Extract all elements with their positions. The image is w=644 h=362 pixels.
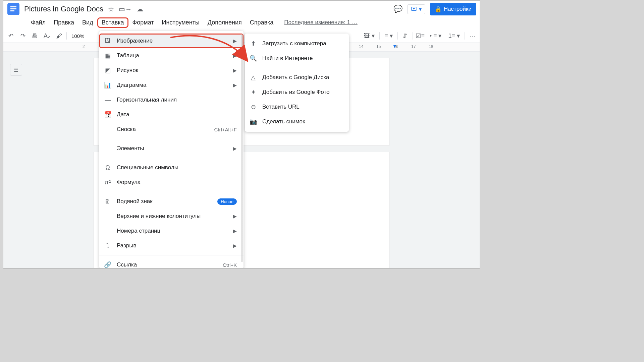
menu-справка[interactable]: Справка — [246, 18, 278, 27]
menuitem-ссылка[interactable]: 🔗СсылкаCtrl+K — [99, 257, 244, 269]
present-button[interactable]: ▾ — [407, 4, 425, 14]
date-icon: 📅 — [104, 111, 111, 118]
redo-button[interactable]: ↷ — [18, 31, 28, 41]
menuitem-загрузить-с-компьютера[interactable]: ⬆Загрузить с компьютера — [245, 36, 349, 51]
numbered-list-button[interactable]: 1≡ ▾ — [446, 31, 462, 41]
menuitem-элементы[interactable]: Элементы▶ — [99, 141, 244, 156]
line-spacing-button[interactable]: ⇵ — [400, 31, 410, 41]
camera-icon: 📷 — [250, 118, 257, 125]
watermark-icon: 🗎 — [104, 198, 111, 205]
menu-инструменты[interactable]: Инструменты — [158, 18, 204, 27]
menu-формат[interactable]: Формат — [128, 18, 158, 27]
menuitem-label: Изображение — [117, 38, 228, 44]
menu-дополнения[interactable]: Дополнения — [204, 18, 246, 27]
menu-вид[interactable]: Вид — [78, 18, 97, 27]
chart-icon: 📊 — [104, 81, 111, 89]
menuitem-добавить-из-google-фото[interactable]: ✦Добавить из Google Фото — [245, 85, 349, 100]
submenu-arrow-icon: ▶ — [233, 228, 237, 234]
menuitem-водяной-знак[interactable]: 🗎Водяной знакНовое — [99, 194, 244, 209]
ruler-tick: 15 — [376, 44, 381, 49]
menuitem-label: Диаграмма — [117, 82, 228, 88]
menuitem-label: Формула — [117, 179, 237, 186]
menuitem-изображение[interactable]: 🖼Изображение▶ — [99, 34, 244, 48]
menuitem-label: Найти в Интернете — [262, 55, 342, 62]
menu-вставка[interactable]: Вставка — [97, 17, 128, 28]
more-button[interactable]: ⋯ — [468, 31, 477, 41]
insert-image-button[interactable]: 🖼 ▾ — [362, 31, 377, 41]
menuitem-диаграмма[interactable]: 📊Диаграмма▶ — [99, 78, 244, 93]
svg-rect-3 — [10, 10, 14, 11]
share-button[interactable]: 🔒 Настройки — [430, 3, 476, 15]
menuitem-дата[interactable]: 📅Дата — [99, 107, 244, 122]
print-button[interactable]: 🖶 — [30, 31, 40, 41]
menu-файл[interactable]: Файл — [27, 18, 50, 27]
menuitem-специальные-символы[interactable]: ΩСпециальные символы — [99, 160, 244, 175]
scrollbar[interactable] — [241, 34, 243, 262]
last-edit-link[interactable]: Последнее изменение: 1 … — [284, 19, 357, 26]
ruler-indent-marker[interactable]: ▼ — [392, 44, 397, 49]
menuitem-label: Вставить URL — [262, 104, 342, 110]
toolbar-separator — [66, 32, 67, 40]
menuitem-добавить-с-google-диска[interactable]: △Добавить с Google Диска — [245, 70, 349, 85]
zoom-select[interactable]: 100% — [69, 31, 86, 41]
drive-icon: △ — [250, 74, 257, 81]
undo-button[interactable]: ↶ — [6, 31, 15, 41]
menuitem-горизонтальная-линия[interactable]: —Горизонтальная линия — [99, 93, 244, 107]
menuitem-номера-страниц[interactable]: Номера страниц▶ — [99, 224, 244, 238]
move-icon[interactable]: ▭→ — [119, 5, 132, 13]
docs-logo-icon[interactable] — [6, 2, 21, 16]
ruler-tick: 18 — [429, 44, 433, 49]
menuitem-формула[interactable]: π²Формула — [99, 175, 244, 190]
menuitem-верхние-и-нижние-колонтитулы[interactable]: Верхние и нижние колонтитулы▶ — [99, 209, 244, 224]
break-icon: ⤵ — [104, 242, 111, 249]
spellcheck-button[interactable]: Aᵥ — [42, 31, 52, 41]
menuitem-label: Таблица — [117, 52, 228, 59]
image-submenu-dropdown: ⬆Загрузить с компьютера🔍Найти в Интернет… — [245, 34, 349, 132]
align-button[interactable]: ≡ ▾ — [382, 31, 395, 41]
lock-icon: 🔒 — [435, 6, 442, 13]
ruler-tick: 2 — [83, 44, 85, 49]
photos-icon: ✦ — [250, 88, 257, 96]
menubar: ФайлПравкаВидВставкаФорматИнструментыДоп… — [3, 16, 480, 29]
shortcut-label: Ctrl+Alt+F — [214, 127, 237, 132]
menuitem-рисунок[interactable]: ◩Рисунок▶ — [99, 63, 244, 78]
new-badge: Новое — [217, 198, 237, 205]
cloud-status-icon[interactable]: ☁ — [137, 5, 143, 13]
menuitem-label: Дата — [117, 111, 237, 118]
upload-icon: ⬆ — [250, 40, 257, 47]
menu-правка[interactable]: Правка — [50, 18, 78, 27]
submenu-arrow-icon: ▶ — [233, 38, 237, 44]
document-title[interactable]: Pictures in Google Docs — [24, 5, 103, 13]
menuitem-вставить-url[interactable]: ⊖Вставить URL — [245, 100, 349, 114]
menuitem-label: Элементы — [117, 145, 228, 152]
toolbar-separator — [465, 32, 465, 40]
titlebar: Pictures in Google Docs ☆ ▭→ ☁ 💬 ▾ 🔒 Нас… — [3, 1, 480, 16]
bulleted-list-button[interactable]: • ≡ ▾ — [428, 31, 444, 41]
table-icon: ▦ — [104, 52, 111, 59]
menuitem-label: Водяной знак — [117, 198, 212, 205]
toolbar-separator — [379, 32, 380, 40]
outline-toggle-button[interactable]: ☰ — [10, 64, 22, 76]
submenu-arrow-icon: ▶ — [233, 53, 237, 58]
menuitem-label: Рисунок — [117, 67, 228, 74]
menuitem-сделать-снимок[interactable]: 📷Сделать снимок — [245, 114, 349, 129]
toolbar-separator — [413, 32, 413, 40]
toolbar-separator — [397, 32, 398, 40]
menuitem-label: Сделать снимок — [262, 118, 342, 125]
menuitem-label: Разрыв — [117, 242, 228, 249]
menuitem-найти-в-интернете[interactable]: 🔍Найти в Интернете — [245, 51, 349, 66]
menuitem-label: Горизонтальная линия — [117, 97, 237, 103]
menuitem-таблица[interactable]: ▦Таблица▶ — [99, 48, 244, 63]
menuitem-label: Загрузить с компьютера — [262, 40, 342, 47]
checklist-button[interactable]: ☑≡ — [416, 31, 425, 41]
star-icon[interactable]: ☆ — [108, 5, 114, 13]
comments-icon[interactable]: 💬 — [393, 5, 402, 13]
submenu-arrow-icon: ▶ — [233, 243, 237, 248]
paint-format-button[interactable]: 🖌 — [54, 31, 64, 41]
ruler-tick: 17 — [411, 44, 416, 49]
menuitem-сноска[interactable]: СноскаCtrl+Alt+F — [99, 122, 244, 137]
menuitem-label: Сноска — [117, 126, 209, 133]
menuitem-label: Специальные символы — [117, 164, 237, 171]
svg-rect-1 — [10, 6, 16, 7]
menuitem-разрыв[interactable]: ⤵Разрыв▶ — [99, 238, 244, 253]
